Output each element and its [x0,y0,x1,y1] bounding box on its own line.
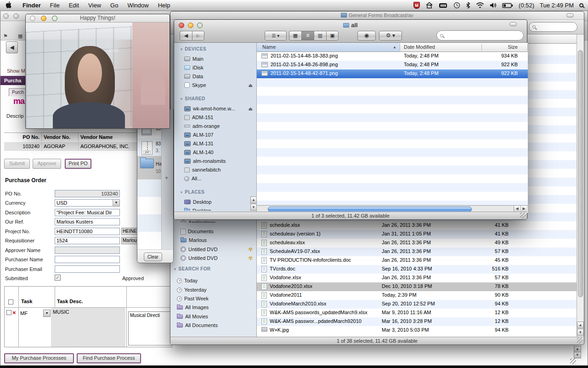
scrollbar-thumb[interactable] [578,50,583,297]
download-item[interactable]: 833. [137,138,161,156]
sidebar-item-data[interactable]: Data [184,72,253,80]
column-view-button[interactable]: ▥ [314,31,326,40]
finder-back-toolbar-toggle[interactable] [566,13,574,17]
file-row-w-k-ams-passwor-pdatedmarch92010[interactable]: W&K-AMS passwor...pdatedMarch92010Mar 16… [257,317,577,326]
file-row-vodafonemarch2010-xlsx[interactable]: VodafoneMarch2010.xlsxSep 20, 2010 12:52… [257,300,577,309]
sidebar-item-all-images[interactable]: All Images [177,303,253,311]
sidebar-item-alm-ronalsmits[interactable]: alm-ronalsmits [184,157,253,165]
sidebar-item-all-documents[interactable]: All Documents [177,321,253,329]
submitted-checkbox[interactable]: ✓ [55,275,61,281]
task-desc-area[interactable]: MUSIC [51,308,125,347]
sidebar-item-past-week[interactable]: Past Week [177,294,253,303]
my-purchase-processes-button[interactable]: My Purchase Processes [4,353,74,363]
task-note-area[interactable]: Musical Directi [128,311,172,345]
time-machine-icon[interactable] [453,2,460,9]
file-row-2011-02-15-14-48-42-871-png[interactable]: 2011-02-15-14-48-42-871.pngToday, 2:48 P… [257,69,528,78]
field-input-requisitioner[interactable]: 1524 [55,237,120,244]
sidebar-item-documents[interactable]: Documents [181,227,253,236]
finder-back-title-bar[interactable]: General Forms Broadcast/av [170,12,584,20]
toolbar-toggle-button[interactable] [509,22,517,26]
downloads-scrollbar-track[interactable]: ▼ [161,109,174,249]
task-row-checkbox[interactable] [6,310,11,315]
delete-row-icon[interactable]: × [12,310,16,315]
grid-icon[interactable]: ▦ [18,33,23,39]
browser-scroll-down-button[interactable]: ▼ [574,352,581,358]
finder-front-search[interactable] [436,30,524,40]
wifi-icon[interactable] [476,2,484,8]
coverflow-view-button[interactable]: ▣ [326,31,339,40]
show-me-link[interactable]: Show Me [7,68,28,74]
task-column-header[interactable]: Task [21,299,32,304]
field-input-approver-name[interactable] [55,247,120,254]
burn-icon[interactable]: ☢ [248,255,253,261]
battery-icon[interactable] [502,3,513,8]
file-row-schedule-xlsx[interactable]: schedule.xlsxJan 26, 2011 3:36 PM41 KBMi… [257,221,577,230]
field-input-our-ref[interactable]: Marlous Kusters [55,218,120,225]
sidebar-item-alm-140[interactable]: ALM-140 [184,148,253,156]
bluetooth-icon[interactable] [466,2,470,9]
column-header-date-modified[interactable]: Date Modified [400,43,482,52]
sidebar-item-marlous[interactable]: Marlous [181,236,253,244]
column-header-hidden[interactable] [526,34,577,44]
field-input-purchaser-email[interactable] [55,265,120,273]
disclosure-icon[interactable]: ▼ [180,190,183,195]
sidebar-item-alm-107[interactable]: ALM-107 [184,131,253,139]
bookmark-flag-icon[interactable]: ⚑ [3,33,8,39]
spotlight-icon[interactable] [579,3,583,7]
home-sync-icon[interactable] [425,2,433,9]
browser-close-button[interactable] [3,13,9,19]
sidebar-scroll-down[interactable]: ▼ [250,204,257,211]
finder-front-resize-grip[interactable] [520,213,526,218]
menu-clock[interactable]: Tue 2:49 PM [540,2,574,9]
menu-item-help[interactable]: Help [153,2,175,9]
sidebar-scroll-up[interactable]: ▲ [250,196,257,203]
file-row-vodafone2011[interactable]: Vodafone2011Today, 2:39 PM90 KBMicro...r… [257,291,577,300]
finder-front-title-bar[interactable]: all ◀ ▶ ☰ ▾ ▦ ≡ ▥ ▣ ◉ ⚙ ▾ [174,20,527,43]
file-row-scheduleav-version-1[interactable]: scheduleav (version 1)Jan 31, 2011 1:05 … [257,230,577,239]
file-row-scheduleav19-07-xlsx[interactable]: ScheduleAV19-07.xlsxJan 26, 2011 3:36 PM… [257,247,577,256]
sidebar-item-today[interactable]: Today [177,276,253,285]
menu-item-view[interactable]: View [84,2,106,9]
browser-scroll-up-button[interactable]: ▲ [574,346,581,352]
sidebar-item-untitled-dvd[interactable]: Untitled DVD☢ [181,254,253,262]
submit-button[interactable]: Submit [4,159,30,169]
scroll-up-arrow[interactable]: ▲ [577,322,584,328]
file-row-w-k-jpg[interactable]: W+K.jpgMar 3, 2010 5:03 PM94 KBJPEG imag… [257,326,577,335]
currency-select-button[interactable]: ▼ [113,199,120,207]
find-purchase-process-button[interactable]: Find Purchase Process [77,353,141,363]
volume-icon[interactable] [490,2,497,8]
arrange-button[interactable]: ☰ ▾ [265,31,287,40]
download-item[interactable]: Ha10 [137,156,161,179]
clear-button[interactable]: Clear [144,253,162,261]
video-zoom-button[interactable] [52,16,57,21]
sidebar-item-all-movies[interactable]: All Movies [177,312,253,321]
scroll-down-arrow[interactable]: ▼ [577,329,584,336]
menu-item-finder[interactable]: Finder [18,2,45,9]
column-header-name[interactable]: Name▲ [257,43,400,52]
mcafee-shield-icon[interactable]: M [413,2,420,9]
file-row-tvcrds-doc[interactable]: TVcrds.docSep 16, 2010 4:33 PM516 KBMicr… [257,265,577,274]
sidebar-item-sannefabitch[interactable]: sannefabitch [184,166,253,174]
column-header-size[interactable]: Size [482,43,528,52]
task-desc-column-header[interactable]: Task Desc. [57,299,83,304]
disclosure-icon[interactable]: ▼ [173,267,177,271]
back-button[interactable]: ◀ [6,41,18,53]
disclosure-icon[interactable]: ▼ [180,97,183,101]
field-input-purchaser-name[interactable] [55,256,120,263]
list-view-button[interactable]: ≡ [301,31,314,40]
field-input-project-no[interactable]: HEINDTT10080 [55,228,120,235]
keyboard-battery-icon[interactable] [439,3,448,8]
sidebar-item-untitled-dvd[interactable]: Untitled DVD☢ [181,245,253,253]
task-header-checkbox[interactable] [8,299,13,305]
menu-item-window[interactable]: Window [123,2,153,9]
menu-item-file[interactable]: File [45,2,64,9]
browser-minimize-button[interactable] [13,13,19,19]
file-row-2011-02-15-14-48-18-383-png[interactable]: 2011-02-15-14-48-18-383.pngToday, 2:48 P… [257,52,528,61]
browser-resize-grip[interactable] [570,358,576,364]
file-row-w-k-ams-passwords-updatedmarch9-xlsx[interactable]: W&K-AMS passwords_updatedMarch9.xlsxMar … [257,309,577,317]
file-row-vodafone2010-xlsx[interactable]: Vodafone2010.xlsxDec 10, 2010 3:18 PM78 … [257,282,577,291]
sidebar-item-adm-151[interactable]: ADM-151 [184,113,253,121]
approve-button[interactable]: Approve [33,159,61,169]
sidebar-item-yesterday[interactable]: Yesterday [177,286,253,294]
forward-nav-button[interactable]: ▶ [192,31,204,40]
